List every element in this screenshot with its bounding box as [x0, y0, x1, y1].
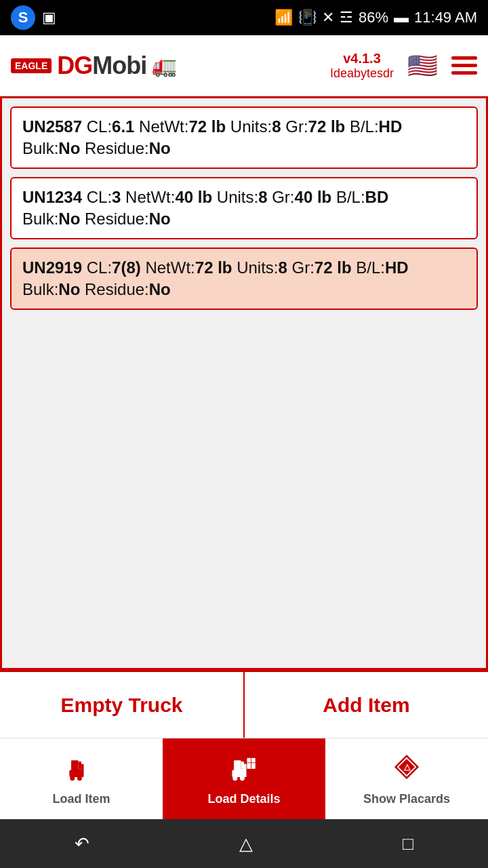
back-button[interactable]: ↶ [54, 827, 110, 861]
action-buttons: Empty Truck Add Item [0, 670, 488, 738]
battery-percent: 86% [359, 9, 388, 26]
cargo-line2: Bulk:No Residue:No [22, 139, 466, 158]
skype-icon: S [11, 5, 35, 30]
eagle-badge: EAGLE [11, 58, 52, 73]
empty-truck-button[interactable]: Empty Truck [0, 672, 245, 738]
nav-item-load-details[interactable]: Load Details [163, 738, 325, 819]
main-content: UN2587 CL:6.1 NetWt:72 lb Units:8 Gr:72 … [0, 96, 488, 670]
svg-rect-14 [241, 762, 244, 769]
load-item-icon [66, 752, 96, 788]
header-right: v4.1.3 Ideabytesdr 🇺🇸 [330, 51, 477, 81]
svg-rect-15 [234, 768, 244, 770]
tablet-icon: ▣ [42, 9, 56, 26]
cargo-item-highlighted[interactable]: UN2919 CL:7(8) NetWt:72 lb Units:8 Gr:72… [10, 248, 478, 310]
version-info: v4.1.3 Ideabytesdr [330, 51, 394, 81]
cargo-line1: UN2587 CL:6.1 NetWt:72 lb Units:8 Gr:72 … [22, 117, 466, 136]
status-left: S ▣ [11, 5, 56, 30]
cargo-line2: Bulk:No Residue:No [22, 210, 466, 229]
battery-icon: ▬ [394, 9, 409, 26]
svg-rect-13 [234, 760, 241, 770]
time-display: 11:49 AM [414, 9, 477, 26]
app-logo: DGMobi [57, 52, 146, 80]
cargo-item[interactable]: UN2587 CL:6.1 NetWt:72 lb Units:8 Gr:72 … [10, 106, 478, 169]
nav-item-show-placards[interactable]: △ Show Placards [325, 738, 488, 819]
load-item-label: Load Item [52, 792, 110, 806]
cargo-line2: Bulk:No Residue:No [22, 280, 466, 299]
system-nav: ↶ △ □ [0, 819, 488, 868]
truck-icon: 🚛 [152, 54, 177, 77]
version-number: v4.1.3 [330, 51, 394, 66]
sim-icon: 📳 [298, 9, 317, 26]
wifi-icon: 📶 [274, 9, 293, 26]
svg-rect-1 [81, 764, 84, 776]
svg-rect-9 [244, 764, 247, 776]
svg-point-3 [70, 776, 75, 781]
svg-point-4 [77, 776, 82, 781]
status-bar: S ▣ 📶 📳 ✕ ☲ 86% ▬ 11:49 AM [0, 0, 488, 35]
cargo-line1: UN1234 CL:3 NetWt:40 lb Units:8 Gr:40 lb… [22, 188, 466, 207]
svg-rect-7 [71, 768, 81, 770]
signal-blocked-icon: ✕ [322, 9, 334, 26]
svg-point-11 [232, 776, 237, 781]
bottom-nav: Load Item Load Details [0, 738, 488, 819]
status-right: 📶 📳 ✕ ☲ 86% ▬ 11:49 AM [274, 9, 477, 26]
hamburger-menu[interactable] [451, 56, 477, 75]
load-details-label: Load Details [207, 792, 280, 806]
svg-rect-5 [71, 760, 79, 770]
svg-text:△: △ [403, 762, 411, 772]
nav-item-load-item[interactable]: Load Item [0, 738, 163, 819]
logo-area: EAGLE DGMobi 🚛 [11, 52, 177, 80]
svg-rect-6 [79, 762, 81, 769]
username: Ideabytesdr [330, 66, 394, 81]
show-placards-label: Show Placards [363, 792, 450, 806]
load-details-icon [229, 752, 259, 788]
cargo-item[interactable]: UN1234 CL:3 NetWt:40 lb Units:8 Gr:40 lb… [10, 177, 478, 239]
flag-icon: 🇺🇸 [407, 52, 438, 80]
show-placards-icon: △ [392, 752, 422, 788]
add-item-button[interactable]: Add Item [245, 672, 488, 738]
recents-button[interactable]: □ [382, 827, 434, 861]
signal-bars-icon: ☲ [340, 9, 353, 26]
svg-point-12 [240, 776, 245, 781]
cargo-line1: UN2919 CL:7(8) NetWt:72 lb Units:8 Gr:72… [22, 258, 466, 277]
app-header: EAGLE DGMobi 🚛 v4.1.3 Ideabytesdr 🇺🇸 [0, 35, 488, 96]
home-button[interactable]: △ [219, 827, 273, 861]
